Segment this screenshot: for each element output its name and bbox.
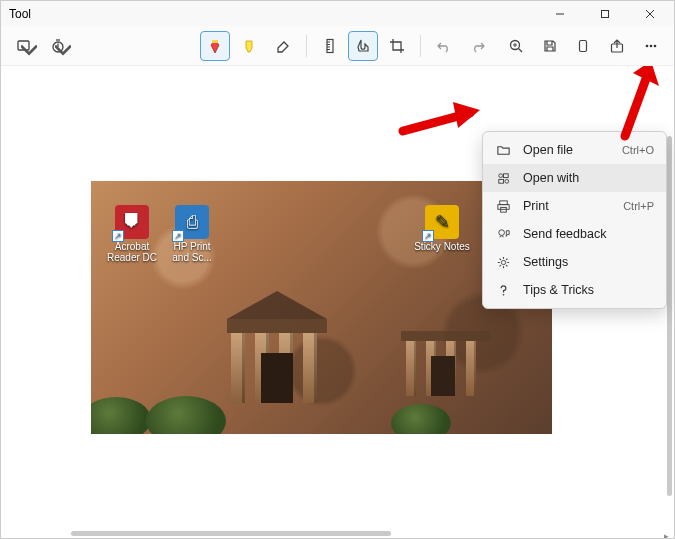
menu-label: Settings — [523, 255, 642, 269]
menu-label: Open with — [523, 171, 642, 185]
desktop-icon: ⛊↗ Acrobat Reader DC — [104, 205, 160, 263]
help-icon — [495, 283, 511, 298]
svg-rect-24 — [503, 173, 508, 177]
annotation-arrow — [615, 66, 663, 143]
timer-tool[interactable] — [43, 31, 73, 61]
desktop-icon-label: Sticky Notes — [414, 241, 470, 252]
settings-icon — [495, 255, 511, 270]
svg-point-30 — [498, 229, 504, 235]
pen-tool[interactable] — [200, 31, 230, 61]
chevron-down-icon — [55, 43, 71, 59]
menu-shortcut: Ctrl+P — [623, 200, 654, 212]
desktop-icon-label: HP Print and Sc... — [164, 241, 220, 263]
svg-point-26 — [504, 179, 508, 183]
print-icon — [495, 199, 511, 214]
vertical-scrollbar[interactable] — [667, 136, 672, 496]
window-title: Tool — [9, 7, 537, 21]
separator — [306, 35, 307, 57]
svg-rect-9 — [327, 39, 333, 52]
svg-point-20 — [646, 44, 649, 47]
undo-button[interactable] — [429, 31, 459, 61]
highlighter-tool[interactable] — [234, 31, 264, 61]
svg-line-15 — [518, 48, 522, 52]
svg-point-32 — [502, 293, 504, 295]
minimize-button[interactable] — [537, 1, 582, 26]
menu-print[interactable]: Print Ctrl+P — [483, 192, 666, 220]
menu-open-with[interactable]: Open with — [483, 164, 666, 192]
svg-rect-1 — [601, 10, 608, 17]
close-button[interactable] — [627, 1, 672, 26]
menu-label: Send feedback — [523, 227, 642, 241]
menu-tips-tricks[interactable]: Tips & Tricks — [483, 276, 666, 304]
menu-label: Print — [523, 199, 611, 213]
desktop-icon: ⎙↗ HP Print and Sc... — [164, 205, 220, 263]
scroll-corner — [664, 528, 672, 536]
touch-writing-tool[interactable] — [348, 31, 378, 61]
zoom-button[interactable] — [501, 31, 531, 61]
more-icon — [643, 38, 659, 54]
separator — [420, 35, 421, 57]
open-with-icon — [495, 171, 511, 186]
svg-point-21 — [650, 44, 653, 47]
redo-button[interactable] — [463, 31, 493, 61]
folder-open-icon — [495, 143, 511, 158]
ruler-tool[interactable] — [315, 31, 345, 61]
svg-point-23 — [498, 173, 502, 177]
desktop-icon: ✎↗ Sticky Notes — [414, 205, 470, 252]
annotation-arrow — [398, 96, 483, 136]
svg-point-31 — [501, 260, 505, 264]
feedback-icon — [495, 227, 511, 242]
svg-rect-8 — [212, 40, 218, 43]
toolbar — [1, 26, 674, 66]
horizontal-scrollbar[interactable] — [71, 531, 391, 536]
maximize-button[interactable] — [582, 1, 627, 26]
svg-rect-27 — [499, 200, 507, 204]
menu-send-feedback[interactable]: Send feedback — [483, 220, 666, 248]
shape-tool[interactable] — [9, 31, 39, 61]
menu-settings[interactable]: Settings — [483, 248, 666, 276]
chevron-down-icon — [21, 43, 37, 59]
svg-rect-18 — [580, 40, 587, 51]
crop-tool[interactable] — [382, 31, 412, 61]
menu-label: Open file — [523, 143, 610, 157]
sticky-notes-icon: ✎↗ — [425, 205, 459, 239]
share-button[interactable] — [602, 31, 632, 61]
acrobat-icon: ⛊↗ — [115, 205, 149, 239]
desktop-icon-label: Acrobat Reader DC — [104, 241, 160, 263]
svg-point-22 — [654, 44, 657, 47]
more-button[interactable] — [636, 31, 666, 61]
more-menu: Open file Ctrl+O Open with Print Ctrl+P … — [482, 131, 667, 309]
titlebar: Tool — [1, 1, 674, 26]
svg-rect-25 — [498, 179, 503, 183]
menu-shortcut: Ctrl+O — [622, 144, 654, 156]
save-button[interactable] — [535, 31, 565, 61]
copy-button[interactable] — [569, 31, 599, 61]
canvas[interactable]: ⛊↗ Acrobat Reader DC ⎙↗ HP Print and Sc.… — [1, 66, 674, 539]
hp-print-icon: ⎙↗ — [175, 205, 209, 239]
eraser-tool[interactable] — [268, 31, 298, 61]
menu-label: Tips & Tricks — [523, 283, 642, 297]
